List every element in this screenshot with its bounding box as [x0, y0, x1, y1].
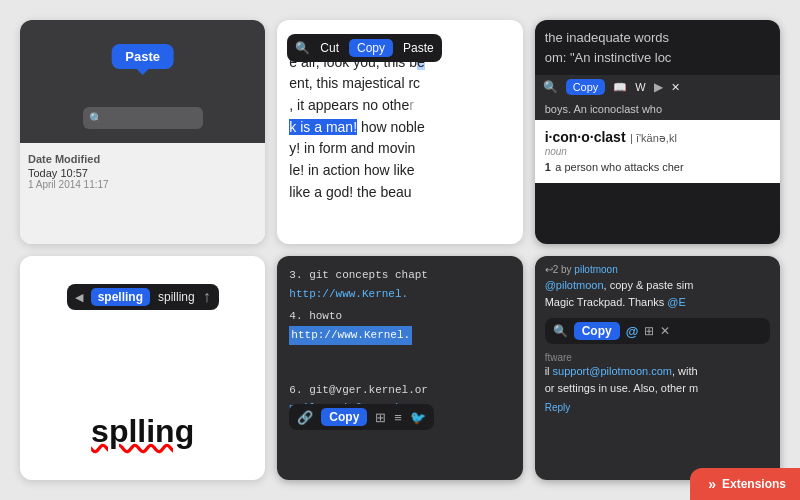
- terminal-line-2: http://www.Kernel.: [289, 285, 510, 304]
- paste-button[interactable]: Paste: [403, 41, 434, 55]
- cursor-pointer-icon: ↑: [203, 288, 211, 306]
- panel-email-tweet: ↩2 by pilotmoon @pilotmoon, copy & paste…: [535, 256, 780, 480]
- text-context-menu[interactable]: 🔍 Cut Copy Paste: [287, 34, 441, 62]
- email-link: support@pilotmoon.com: [553, 365, 672, 377]
- list-icon: ≡: [394, 410, 402, 425]
- spell-context-menu[interactable]: ◀ spelling spilling ↑: [67, 284, 219, 310]
- tweet-author: pilotmoon: [574, 264, 617, 275]
- tweet-mention: @pilotmoon: [545, 279, 604, 291]
- text-line-6: y! in form and movin: [289, 138, 510, 160]
- copy-button[interactable]: Copy: [349, 39, 393, 57]
- extensions-label: Extensions: [722, 477, 786, 491]
- link-icon: 🔗: [297, 410, 313, 425]
- mouse-icon: ⊞: [375, 410, 386, 425]
- paste-bubble[interactable]: Paste: [111, 44, 174, 69]
- terminal-line-5: 6. git@vger.kernel.or: [289, 381, 510, 400]
- panel-finder: Paste 🔍 Date Modified Today 10:57 1 Apri…: [20, 20, 265, 244]
- search-icon: 🔍: [89, 112, 103, 125]
- terminal-copy-bar-spacer: [289, 345, 510, 377]
- dictionary-context-text: the inadequate words om: "An instinctive…: [535, 20, 780, 75]
- extensions-badge[interactable]: » Extensions: [690, 468, 800, 500]
- panel-terminal: 3. git concepts chapt http://www.Kernel.…: [277, 256, 522, 480]
- search-icon: 🔍: [543, 80, 558, 94]
- email-area: ftware il support@pilotmoon.com, with or…: [535, 348, 780, 421]
- tweet-mention2: @E: [667, 296, 686, 308]
- spell-suggestion[interactable]: spilling: [158, 290, 195, 304]
- cut-button[interactable]: Cut: [320, 41, 339, 55]
- terminal-copy-bar[interactable]: 🔗 Copy ⊞ ≡ 🐦: [289, 404, 434, 430]
- spelling-option[interactable]: spelling: [91, 288, 150, 306]
- dict-w-button[interactable]: W: [635, 81, 645, 93]
- tweet-attribution: ↩2 by pilotmoon: [545, 264, 770, 275]
- search-icon: 🔍: [553, 324, 568, 338]
- at-icon: @: [626, 324, 639, 339]
- panel-spellcheck: ◀ spelling spilling ↑ splling: [20, 256, 265, 480]
- dict-pos: noun: [545, 146, 770, 157]
- box-icon: ⊞: [644, 324, 654, 338]
- check-icon: ✕: [660, 324, 670, 338]
- reply-button[interactable]: Reply: [545, 400, 770, 415]
- dict-top-line3: boys. An iconoclast who: [535, 99, 780, 120]
- tweet-area: ↩2 by pilotmoon @pilotmoon, copy & paste…: [535, 256, 780, 314]
- terminal-line-4: http://www.Kernel.: [289, 326, 510, 345]
- copy-button[interactable]: Copy: [321, 408, 367, 426]
- dict-headword: i·con·o·clast: [545, 129, 626, 145]
- text-line-8: like a god! the beau: [289, 182, 510, 204]
- terminal-line-1: 3. git concepts chapt: [289, 266, 510, 285]
- arrow-icon: ◀: [75, 291, 83, 304]
- chevrons-icon: »: [708, 476, 716, 492]
- panel-text-selection: 🔍 Cut Copy Paste sterile promontory, e a…: [277, 20, 522, 244]
- bird-icon: 🐦: [410, 410, 426, 425]
- dict-copy-button[interactable]: Copy: [566, 79, 606, 95]
- terminal-line-3: 4. howto: [289, 307, 510, 326]
- text-line-7: le! in action how like: [289, 160, 510, 182]
- text-line-5: k is a man! how noble: [289, 117, 510, 139]
- dict-definition: a person who attacks cher: [555, 161, 683, 173]
- dict-context-line1: the inadequate words: [545, 28, 770, 48]
- cursor-icon: ▶: [654, 80, 663, 94]
- date-modified-label: Date Modified: [28, 149, 257, 167]
- dictionary-entry: i·con·o·clast | ī'känə,kl noun 1 a perso…: [535, 120, 780, 183]
- text-line-4: , it appears no other: [289, 95, 510, 117]
- finder-search-bar[interactable]: 🔍: [83, 107, 203, 129]
- date-today: Today 10:57: [28, 167, 257, 179]
- panel-dictionary: the inadequate words om: "An instinctive…: [535, 20, 780, 244]
- text-line-3: ent, this majestical rc: [289, 73, 510, 95]
- dict-phonetic: | ī'känə,kl: [630, 132, 677, 144]
- tweet-text: @pilotmoon, copy & paste sim Magic Track…: [545, 277, 770, 310]
- copy-button[interactable]: Copy: [574, 322, 620, 340]
- terminal-content: 3. git concepts chapt http://www.Kernel.…: [289, 266, 510, 418]
- misspelled-word: splling: [91, 413, 194, 450]
- dict-book-icon: 📖: [613, 81, 627, 94]
- email-label: ftware: [545, 352, 770, 363]
- search-icon: 🔍: [295, 41, 310, 55]
- date-april: 1 April 2014 11:17: [28, 179, 257, 190]
- dict-close-button: ✕: [671, 81, 680, 94]
- email-text: il support@pilotmoon.com, with or settin…: [545, 363, 770, 396]
- tweet-copy-bar[interactable]: 🔍 Copy @ ⊞ ✕: [545, 318, 770, 344]
- finder-file-list: Date Modified Today 10:57 1 April 2014 1…: [20, 143, 265, 244]
- dict-context-line2: om: "An instinctive loc: [545, 48, 770, 68]
- dict-def-num: 1: [545, 161, 551, 173]
- finder-dark-area: Paste 🔍: [20, 20, 265, 143]
- dict-context-menu[interactable]: 🔍 Copy 📖 W ▶ ✕: [535, 75, 780, 99]
